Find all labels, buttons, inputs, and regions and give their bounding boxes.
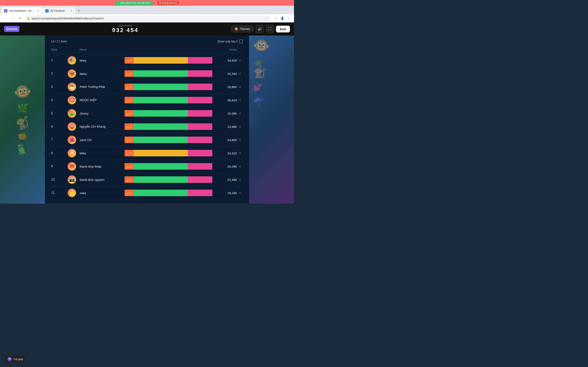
bookmark-button[interactable]: ☆ (273, 16, 278, 21)
address-bar: ← → ↺ 🔒 quizizz.com/admin/quiz/61468406b… (0, 14, 294, 22)
palette-icon: 🎨 (234, 27, 238, 31)
audio-button[interactable]: 🔊 (256, 25, 264, 33)
bar-green (134, 163, 188, 170)
profile-button[interactable]: 👤 (279, 16, 285, 21)
avatar-cell: 📷 (67, 175, 80, 184)
points-cell: 24,290 (212, 165, 237, 168)
streak-badge: 🔥 0 (125, 123, 134, 130)
bar-pink (188, 57, 212, 64)
bar-pink (188, 190, 212, 196)
avatar: 📷 (67, 175, 76, 184)
refresh-button[interactable]: ↺ (17, 16, 23, 21)
join-code-label: JOIN CODE (112, 25, 138, 27)
avatar-cell: 🎀 (67, 162, 80, 171)
streak-count: 2 (130, 72, 131, 75)
logo-text: Quizizz (6, 27, 17, 31)
header-right: 🎨 Themes 🔊 ⛶ End (231, 25, 290, 33)
stop-share-label: Dừng chia sẻ (162, 1, 177, 4)
remove-button[interactable]: ✕ (237, 72, 243, 76)
streak-badge: 🔥 2 (125, 70, 134, 77)
tab-quizizz[interactable]: Q Live Dashboard - Running × (2, 7, 43, 14)
remove-button[interactable]: ✕ (237, 178, 243, 182)
screen-share-info: ✓ Bạn đang chia sẻ màn hình (115, 1, 153, 5)
bar-pink (188, 150, 212, 156)
avatar-cell: 🎭 (67, 56, 80, 65)
remove-button[interactable]: ✕ (237, 58, 243, 62)
tab-facebook-title: (8) Facebook (50, 9, 68, 12)
tab-facebook[interactable]: f (8) Facebook × (43, 7, 76, 14)
app-header: Quizizz JOIN CODE 932 454 🎨 Themes 🔊 ⛶ E… (0, 22, 294, 35)
bar-pink (188, 123, 212, 130)
remove-button[interactable]: ✕ (237, 165, 243, 168)
umbrella-right: ☂️ (252, 92, 291, 108)
tab-quizizz-title: Live Dashboard - Running (9, 9, 35, 12)
remove-button[interactable]: ✕ (237, 111, 243, 115)
rank-cell: 2 (51, 72, 67, 75)
points-cell: 24,980 (212, 125, 237, 128)
name-cell: david dinh nguyen (80, 178, 125, 182)
avatar: 🌟 (67, 188, 76, 197)
points-cell: 34,920 (212, 59, 237, 62)
bar-header (125, 48, 212, 51)
show-top5-checkbox[interactable] (239, 40, 243, 43)
fire-icon: 🔥 (126, 99, 130, 102)
remove-button[interactable]: ✕ (237, 98, 243, 102)
bar-cell: 🔥 1 (125, 163, 212, 170)
address-bar-actions: ☆ 👤 ⋮ (273, 16, 292, 21)
table-row: 5 🦕 Jimmy 🔥 0 25,380 ✕ (51, 107, 243, 120)
rank-cell: 1 (51, 58, 67, 62)
remove-button[interactable]: ✕ (237, 85, 243, 89)
avatar: 🎀 (67, 162, 76, 171)
bar-cell: 🔥 2 (125, 97, 212, 103)
stop-icon: ■ (159, 1, 161, 4)
fire-icon: 🔥 (126, 112, 130, 115)
bar-pink (188, 163, 212, 170)
remove-button[interactable]: ✕ (237, 191, 243, 195)
monkey-left-3: 🐒 (14, 115, 31, 131)
quizizz-logo: Quizizz (4, 26, 19, 32)
new-tab-button[interactable]: + (76, 8, 82, 14)
table-row: 4 🎯 NGỌC DIỆP 🔥 2 26,410 ✕ (51, 94, 243, 107)
heart-right: 💕 (253, 83, 290, 92)
avatar-cell: 🌟 (67, 188, 80, 197)
fullscreen-button[interactable]: ⛶ (266, 25, 274, 33)
points-cell: 31,440 (212, 72, 237, 75)
rank-header: Rank (51, 48, 67, 51)
leaderboard-table: 1 🎭 Mary 🔥 3 34,920 ✕ 2 🦋 daisy (51, 54, 243, 200)
remove-button[interactable]: ✕ (237, 125, 243, 129)
bar-yellow (134, 150, 188, 156)
tab-quizizz-close[interactable]: × (36, 9, 40, 13)
streak-count: 1 (130, 192, 131, 194)
tab-facebook-close[interactable]: × (69, 9, 73, 13)
avatar-cell: 🦋 (67, 69, 80, 78)
streak-count: 0 (130, 112, 131, 115)
fire-icon: 🔥 (126, 152, 130, 155)
avatar: 🎯 (67, 96, 76, 105)
forward-button[interactable]: → (10, 16, 16, 21)
table-row: 9 🎀 thanh thúy linda 🔥 1 24,290 ✕ (51, 160, 243, 173)
back-button[interactable]: ← (2, 16, 8, 21)
remove-button[interactable]: ✕ (237, 138, 243, 142)
streak-badge: 🔥 1 (125, 190, 134, 196)
stop-share-button[interactable]: ■ Dừng chia sẻ (157, 1, 179, 5)
avatar-cell: 🍦 (67, 149, 80, 158)
streak-count: 0 (130, 85, 131, 89)
url-bar[interactable]: 🔒 quizizz.com/admin/quiz/61468406b4f0860… (25, 16, 271, 21)
remove-button[interactable]: ✕ (237, 151, 243, 155)
themes-button[interactable]: 🎨 Themes (231, 25, 254, 33)
menu-button[interactable]: ⋮ (286, 16, 292, 21)
monkey-left-1: 🐵 (13, 83, 32, 99)
end-button[interactable]: End (276, 26, 290, 33)
bar-green (134, 83, 188, 90)
progress-area: 14 / 17 done Show only top 5 (51, 40, 243, 43)
bar-cell: 🔥 0 (125, 123, 212, 130)
fire-icon: 🔥 (126, 59, 130, 62)
bar-pink (188, 97, 212, 103)
remove-header (237, 48, 243, 51)
fire-icon: 🔥 (126, 138, 130, 142)
join-code: 932 454 (112, 27, 138, 33)
points-cell: 28,880 (212, 85, 237, 89)
streak-badge: 🔥 0 (125, 110, 134, 117)
streak-badge: 🔥 3 (125, 150, 134, 156)
name-cell: Peter Trường Phát (80, 85, 125, 89)
